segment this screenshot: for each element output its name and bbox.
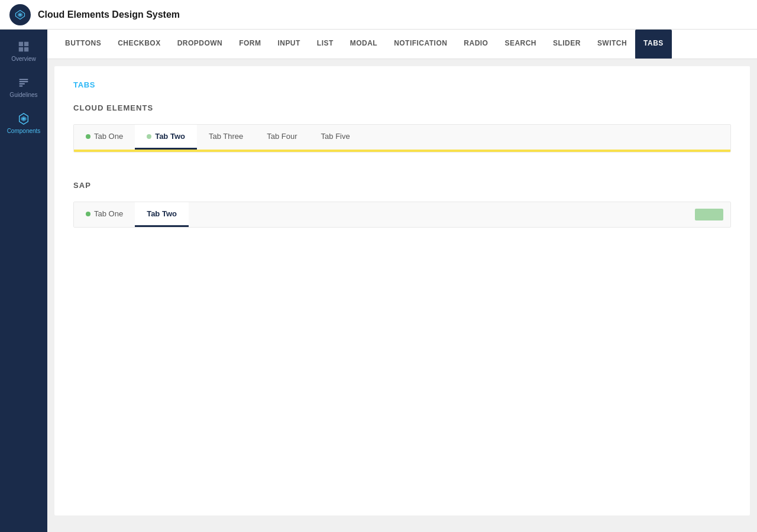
overview-icon: [17, 40, 30, 53]
tabs-component-1: Tab One Tab Two Tab Three Tab Four: [73, 124, 731, 153]
components-icon: [17, 112, 30, 125]
right-content: BUTTONS CHECKBOX DROPDOWN FORM INPUT LIS…: [47, 30, 757, 532]
nav-tabs[interactable]: TABS: [635, 30, 672, 59]
tabs-header-1: Tab One Tab Two Tab Three Tab Four: [74, 125, 730, 150]
tab-1-two-label: Tab Two: [155, 132, 185, 141]
app-logo: [9, 4, 31, 25]
tab-2-two-label: Tab Two: [147, 209, 177, 218]
tabs-component-2: Tab One Tab Two: [73, 202, 731, 228]
tab-1-two[interactable]: Tab Two: [135, 125, 197, 150]
sidebar-overview-label: Overview: [11, 56, 36, 62]
main-layout: Overview Guidelines Components BUTTONS: [0, 30, 757, 532]
nav-notification[interactable]: NOTIFICATION: [386, 30, 455, 59]
nav-checkbox[interactable]: CHECKBOX: [109, 30, 169, 59]
tab-1-four[interactable]: Tab Four: [255, 125, 309, 150]
cloud-elements-demo: CLOUD ELEMENTS Tab One Tab Two: [73, 103, 731, 153]
tab-2-one[interactable]: Tab One: [74, 202, 135, 227]
nav-buttons[interactable]: BUTTONS: [57, 30, 109, 59]
page-section-title: TABS: [73, 80, 731, 89]
nav-list[interactable]: LIST: [309, 30, 342, 59]
svg-rect-5: [19, 47, 23, 51]
tab-1-five-label: Tab Five: [321, 132, 350, 141]
app-title: Cloud Elements Design System: [38, 9, 180, 20]
tab-1-three[interactable]: Tab Three: [197, 125, 255, 150]
sap-label: SAP: [73, 181, 731, 190]
component-nav: BUTTONS CHECKBOX DROPDOWN FORM INPUT LIS…: [47, 30, 757, 59]
top-header: Cloud Elements Design System: [0, 0, 757, 30]
tab-1-five[interactable]: Tab Five: [309, 125, 362, 150]
nav-dropdown[interactable]: DROPDOWN: [169, 30, 231, 59]
nav-slider[interactable]: SLIDER: [545, 30, 589, 59]
nav-modal[interactable]: MODAL: [342, 30, 386, 59]
sidebar-guidelines-label: Guidelines: [9, 92, 37, 98]
sap-tabs-header: Tab One Tab Two: [74, 202, 730, 227]
cloud-elements-label: CLOUD ELEMENTS: [73, 103, 731, 112]
tab-1-one[interactable]: Tab One: [74, 125, 135, 150]
tabs-accent-bar: [74, 150, 730, 152]
page-content: TABS CLOUD ELEMENTS Tab One Tab Two: [47, 59, 757, 532]
content-panel: TABS CLOUD ELEMENTS Tab One Tab Two: [54, 66, 750, 515]
tab-1-four-label: Tab Four: [267, 132, 297, 141]
tab-dot-green: [86, 134, 90, 139]
tab2-dot-green: [86, 212, 90, 216]
sidebar-components-label: Components: [7, 128, 41, 134]
tab-1-one-label: Tab One: [94, 132, 123, 141]
svg-rect-4: [24, 42, 28, 46]
nav-radio[interactable]: RADIO: [455, 30, 496, 59]
sidebar-item-components[interactable]: Components: [0, 106, 47, 140]
tab-dot-light-green: [147, 134, 151, 139]
svg-rect-6: [24, 47, 28, 51]
nav-switch[interactable]: SWITCH: [589, 30, 635, 59]
guidelines-icon: [17, 76, 30, 89]
nav-input[interactable]: INPUT: [269, 30, 308, 59]
sidebar-item-guidelines[interactable]: Guidelines: [0, 70, 47, 104]
tab-1-three-label: Tab Three: [209, 132, 243, 141]
tab-2-two[interactable]: Tab Two: [135, 202, 189, 227]
sidebar: Overview Guidelines Components: [0, 30, 47, 532]
sap-demo: SAP Tab One Tab Two: [73, 181, 731, 228]
tab-2-one-label: Tab One: [94, 209, 123, 218]
sap-tabs-right: [688, 202, 730, 227]
sap-green-badge: [695, 209, 723, 220]
sidebar-item-overview[interactable]: Overview: [0, 34, 47, 68]
nav-search[interactable]: SEARCH: [496, 30, 545, 59]
nav-form[interactable]: FORM: [231, 30, 269, 59]
svg-rect-3: [19, 42, 23, 46]
